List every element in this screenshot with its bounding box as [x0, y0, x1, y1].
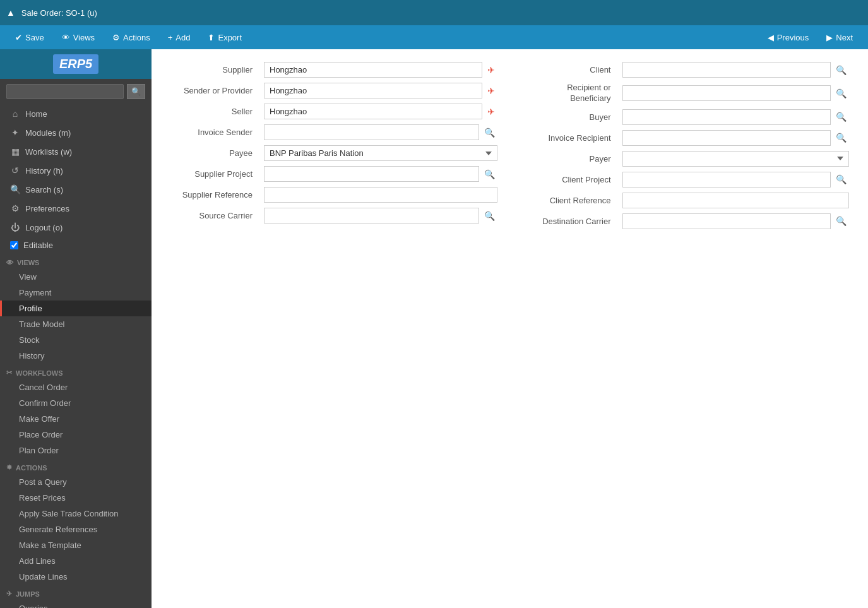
sidebar-subitem-cancel-order[interactable]: Cancel Order — [0, 379, 152, 395]
client-reference-input-wrapper — [622, 193, 850, 208]
sidebar-subitem-stock[interactable]: Stock — [0, 332, 152, 348]
sidebar-item-modules[interactable]: ✦ Modules (m) — [0, 123, 152, 142]
sidebar-subitem-apply-sale-trade[interactable]: Apply Sale Trade Condition — [0, 506, 152, 522]
sidebar-item-logout[interactable]: ⏻ Logout (o) — [0, 218, 152, 237]
invoice-sender-search-btn[interactable]: 🔍 — [482, 126, 497, 139]
destination-carrier-label: Destination Carrier — [529, 217, 617, 226]
add-button[interactable]: + Add — [159, 29, 199, 46]
payer-select[interactable] — [622, 151, 850, 167]
sidebar-item-editable[interactable]: Editable — [0, 237, 152, 254]
sidebar-subitem-queries[interactable]: Queries — [0, 600, 152, 608]
actions-section-icon: ✸ — [6, 463, 12, 472]
search-button[interactable]: 🔍 — [127, 84, 145, 99]
recipient-input[interactable] — [622, 85, 831, 101]
previous-button[interactable]: ◀ Previous — [759, 29, 818, 46]
sender-provider-input-wrapper: ✈ — [264, 83, 497, 98]
sidebar-subitem-reset-prices[interactable]: Reset Prices — [0, 490, 152, 506]
history-nav-icon: ↺ — [10, 165, 20, 176]
supplier-clear-btn[interactable]: ✈ — [485, 64, 497, 76]
supplier-project-search-btn[interactable]: 🔍 — [482, 168, 497, 181]
export-button[interactable]: ⬆ Export — [199, 29, 251, 46]
actions-section-header: ✸ ACTIONS — [0, 458, 152, 474]
sidebar-subitem-make-offer[interactable]: Make Offer — [0, 411, 152, 427]
seller-row: Seller ✈ — [170, 104, 497, 119]
sidebar-item-search[interactable]: 🔍 Search (s) — [0, 180, 152, 199]
client-reference-input[interactable] — [622, 193, 850, 208]
invoice-sender-row: Invoice Sender 🔍 — [170, 124, 497, 140]
sidebar-item-preferences[interactable]: ⚙ Preferences — [0, 199, 152, 218]
sender-provider-input[interactable] — [264, 83, 482, 98]
sidebar-subitem-place-order[interactable]: Place Order — [0, 427, 152, 443]
client-reference-row: Client Reference — [529, 193, 850, 208]
client-project-row: Client Project 🔍 — [529, 172, 850, 188]
sidebar-subitem-history-view[interactable]: History — [0, 348, 152, 364]
search-input[interactable] — [6, 84, 124, 99]
sidebar-item-home[interactable]: ⌂ Home — [0, 104, 152, 123]
sidebar-subitem-update-lines[interactable]: Update Lines — [0, 569, 152, 585]
actions-button[interactable]: ⚙ Actions — [104, 29, 159, 46]
preferences-label: Preferences — [25, 204, 69, 213]
seller-clear-btn[interactable]: ✈ — [485, 105, 497, 118]
sidebar-subitem-generate-refs[interactable]: Generate References — [0, 522, 152, 537]
buyer-input[interactable] — [622, 109, 831, 125]
source-carrier-label: Source Carrier — [170, 211, 259, 220]
invoice-recipient-input[interactable] — [622, 130, 831, 146]
destination-carrier-search-btn[interactable]: 🔍 — [833, 215, 849, 227]
content-area: Supplier ✈ Sender or Provider ✈ — [152, 49, 868, 608]
client-search-btn[interactable]: 🔍 — [833, 64, 849, 76]
client-project-search-btn[interactable]: 🔍 — [833, 173, 849, 186]
export-icon: ⬆ — [208, 33, 215, 42]
sidebar-subitem-add-lines[interactable]: Add Lines — [0, 553, 152, 569]
save-icon: ✔ — [15, 33, 22, 42]
jumps-section-icon: ✈ — [6, 590, 12, 598]
destination-carrier-row: Destination Carrier 🔍 — [529, 213, 850, 229]
views-button[interactable]: 👁 Views — [53, 29, 104, 46]
preferences-icon: ⚙ — [10, 203, 20, 213]
payee-select[interactable]: BNP Paribas Paris Nation — [264, 145, 497, 161]
client-input[interactable] — [622, 62, 831, 78]
client-project-input[interactable] — [622, 172, 831, 188]
source-carrier-row: Source Carrier 🔍 — [170, 208, 497, 224]
next-button[interactable]: ▶ Next — [817, 29, 862, 46]
editable-label: Editable — [23, 241, 53, 250]
save-button[interactable]: ✔ Save — [6, 29, 53, 46]
destination-carrier-input-wrapper: 🔍 — [622, 213, 850, 229]
destination-carrier-input[interactable] — [622, 213, 831, 229]
client-input-wrapper: 🔍 — [622, 62, 850, 78]
sidebar-subitem-plan-order[interactable]: Plan Order — [0, 443, 152, 458]
top-bar: ▲ Sale Order: SO-1 (u) — [0, 0, 868, 25]
sidebar-item-worklists[interactable]: ▦ Worklists (w) — [0, 142, 152, 161]
sidebar-subitem-payment[interactable]: Payment — [0, 285, 152, 301]
sidebar-subitem-make-template[interactable]: Make a Template — [0, 537, 152, 553]
search-nav-label: Search (s) — [25, 185, 63, 194]
seller-input[interactable] — [264, 104, 482, 119]
sidebar-subitem-view[interactable]: View — [0, 269, 152, 285]
recipient-input-wrapper: 🔍 — [622, 85, 850, 101]
sidebar-item-history[interactable]: ↺ History (h) — [0, 161, 152, 180]
buyer-search-btn[interactable]: 🔍 — [833, 110, 849, 123]
jumps-section-header: ✈ JUMPS — [0, 585, 152, 600]
sidebar-subitem-profile[interactable]: Profile — [0, 301, 152, 316]
invoice-recipient-search-btn[interactable]: 🔍 — [833, 131, 849, 144]
next-arrow-icon: ▶ — [826, 33, 833, 42]
source-carrier-search-btn[interactable]: 🔍 — [482, 210, 497, 222]
sender-provider-clear-btn[interactable]: ✈ — [485, 85, 497, 97]
source-carrier-input[interactable] — [264, 208, 479, 224]
client-label: Client — [529, 65, 617, 75]
sidebar-subitem-trade-model[interactable]: Trade Model — [0, 316, 152, 332]
sidebar-subitem-post-query[interactable]: Post a Query — [0, 474, 152, 490]
worklists-icon: ▦ — [10, 146, 20, 157]
recipient-search-btn[interactable]: 🔍 — [833, 87, 849, 100]
form-left-section: Supplier ✈ Sender or Provider ✈ — [170, 62, 510, 234]
supplier-label: Supplier — [170, 65, 259, 75]
supplier-input[interactable] — [264, 62, 482, 78]
views-icon: 👁 — [62, 33, 70, 42]
editable-checkbox[interactable] — [10, 241, 18, 249]
invoice-sender-input[interactable] — [264, 124, 479, 140]
supplier-reference-input[interactable] — [264, 187, 497, 203]
supplier-project-input[interactable] — [264, 166, 479, 182]
modules-icon: ✦ — [10, 128, 20, 138]
supplier-reference-label: Supplier Reference — [170, 190, 259, 200]
sender-provider-row: Sender or Provider ✈ — [170, 83, 497, 98]
sidebar-subitem-confirm-order[interactable]: Confirm Order — [0, 395, 152, 411]
